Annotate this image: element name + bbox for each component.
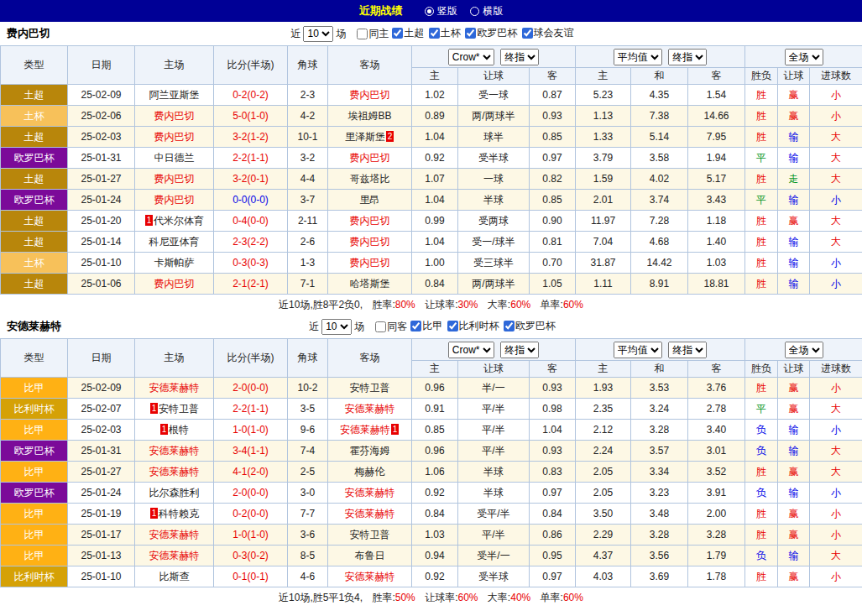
away-team-name[interactable]: 费内巴切 (350, 236, 390, 248)
home-team-name[interactable]: 卡斯帕萨 (154, 257, 195, 269)
league-checkbox-input[interactable] (465, 28, 476, 39)
league-checkbox-input[interactable] (447, 321, 458, 331)
same-venue-checkbox[interactable]: 同客 (375, 320, 407, 334)
away-team-name[interactable]: 布鲁日 (355, 550, 385, 561)
away-team-name[interactable]: 安德莱赫特 (345, 508, 395, 519)
red-card-badge: 1 (150, 403, 158, 414)
away-team-name[interactable]: 里泽斯堡 (345, 131, 385, 143)
avg-away-odds: 14.66 (688, 106, 745, 127)
result-wdl: 胜 (745, 378, 778, 399)
home-team-name[interactable]: 科特赖克 (159, 508, 199, 519)
odds-away: 0.81 (530, 232, 576, 253)
league-checkbox-label: 欧罗巴杯 (477, 26, 517, 40)
away-team-name[interactable]: 安特卫普 (350, 529, 390, 540)
home-team-name[interactable]: 安德莱赫特 (149, 382, 200, 394)
away-team-name[interactable]: 安德莱赫特 (345, 403, 395, 415)
away-team-name[interactable]: 安德莱赫特 (345, 571, 395, 582)
home-team-name[interactable]: 中日德兰 (154, 152, 195, 164)
result-handicap: 输 (778, 483, 810, 504)
home-team-name[interactable]: 阿兰亚斯堡 (149, 89, 200, 101)
layout-radio[interactable]: 竖版 (425, 4, 457, 18)
col-away: 客场 (328, 46, 412, 85)
odds-stage-select[interactable]: 终指 (500, 342, 539, 358)
away-team-name[interactable]: 哥兹塔比 (350, 173, 390, 185)
league-filter-checkbox[interactable]: 比甲 (410, 319, 442, 333)
odds-source-select[interactable]: Crow* (448, 49, 494, 65)
red-card-badge: 1 (145, 215, 153, 226)
away-team-name[interactable]: 费内巴切 (350, 152, 390, 164)
home-team-name[interactable]: 代米尔体育 (154, 215, 204, 227)
home-team-name[interactable]: 费内巴切 (154, 278, 195, 290)
league-filter-checkbox[interactable]: 土杯 (429, 26, 461, 40)
same-venue-checkbox-input[interactable] (375, 321, 386, 332)
away-team-name[interactable]: 安德莱赫特 (345, 487, 395, 499)
odds-home: 1.04 (412, 190, 458, 211)
result-wdl: 胜 (745, 253, 778, 274)
avg-source-select[interactable]: 平均值 (614, 49, 662, 65)
home-team-name[interactable]: 比斯查 (159, 571, 190, 582)
away-team-name[interactable]: 梅赫伦 (355, 466, 385, 478)
same-venue-checkbox-input[interactable] (357, 29, 368, 39)
match-date: 25-01-14 (68, 232, 135, 253)
home-team-name[interactable]: 科尼亚体育 (149, 236, 200, 248)
league-checkbox-label: 比利时杯 (459, 319, 499, 333)
same-venue-checkbox[interactable]: 同主 (357, 27, 389, 41)
odds-home: 0.91 (412, 399, 458, 420)
away-team-name[interactable]: 费内巴切 (350, 215, 390, 227)
fullmatch-select[interactable]: 全场 (785, 342, 823, 358)
odds-stage-select[interactable]: 终指 (500, 49, 539, 65)
away-team-name[interactable]: 埃祖姆BB (347, 110, 391, 122)
match-count-select[interactable]: 10 (321, 319, 352, 335)
home-team-name[interactable]: 安德莱赫特 (149, 445, 200, 457)
away-team-name[interactable]: 安特卫普 (350, 382, 390, 394)
result-overunder: 大 (810, 127, 862, 148)
home-team-name[interactable]: 费内巴切 (154, 194, 195, 206)
away-team-name[interactable]: 安德莱赫特 (340, 424, 390, 436)
odds-home: 0.84 (412, 504, 458, 525)
league-checkbox-input[interactable] (410, 321, 421, 331)
league-checkbox-label: 球会友谊 (534, 26, 574, 40)
league-filter-checkbox[interactable]: 比利时杯 (447, 319, 499, 333)
league-checkbox-input[interactable] (392, 28, 403, 39)
away-team-name[interactable]: 哈塔斯堡 (350, 278, 390, 290)
league-type-cell: 土超 (1, 127, 68, 148)
avg-stage-select[interactable]: 终指 (668, 49, 707, 65)
league-filter-checkbox[interactable]: 欧罗巴杯 (465, 26, 517, 40)
match-row: 比甲 25-01-19 1科特赖克 0-2(0-0) 7-7 安德莱赫特 0.8… (1, 504, 862, 525)
home-team-name[interactable]: 费内巴切 (154, 110, 195, 122)
away-team-name[interactable]: 里昂 (360, 194, 380, 206)
score-cell: 0-3(0-2) (214, 546, 288, 566)
avg-home-odds: 3.79 (576, 148, 631, 169)
league-checkbox-input[interactable] (522, 28, 533, 39)
avg-stage-select[interactable]: 终指 (668, 342, 707, 358)
layout-radio[interactable]: 横版 (470, 4, 503, 18)
odds-source-select[interactable]: Crow* (448, 342, 494, 358)
home-team-name[interactable]: 费内巴切 (154, 173, 195, 185)
score-cell: 2-3(2-2) (214, 232, 288, 253)
home-team-name[interactable]: 安德莱赫特 (149, 466, 200, 478)
avg-home-odds: 1.13 (576, 106, 631, 127)
league-filter-checkbox[interactable]: 土超 (392, 26, 424, 40)
home-team-name[interactable]: 根特 (169, 424, 189, 436)
result-handicap: 赢 (778, 525, 810, 546)
league-checkbox-input[interactable] (504, 321, 515, 331)
score-cell: 0-2(0-2) (214, 85, 288, 106)
match-count-select[interactable]: 10 (303, 26, 333, 42)
away-team-cell: 安德莱赫特1 (328, 420, 412, 441)
away-team-name[interactable]: 费内巴切 (350, 257, 390, 269)
avg-source-select[interactable]: 平均值 (614, 342, 662, 358)
fullmatch-select[interactable]: 全场 (785, 49, 823, 65)
away-team-name[interactable]: 费内巴切 (350, 89, 390, 101)
home-team-name[interactable]: 安德莱赫特 (149, 550, 200, 561)
home-team-name[interactable]: 比尔森胜利 (149, 487, 200, 499)
avg-header-cell: 平均值 终指 (576, 46, 745, 68)
league-checkbox-input[interactable] (429, 28, 440, 39)
home-team-name[interactable]: 安特卫普 (159, 403, 199, 415)
home-team-name[interactable]: 安德莱赫特 (149, 529, 200, 540)
home-team-name[interactable]: 费内巴切 (154, 131, 195, 143)
handicap-line: 受半球 (458, 148, 530, 169)
league-filter-checkbox[interactable]: 球会友谊 (522, 26, 574, 40)
result-wdl: 胜 (745, 566, 778, 587)
away-team-name[interactable]: 霍芬海姆 (350, 445, 390, 457)
league-filter-checkbox[interactable]: 欧罗巴杯 (504, 319, 556, 333)
